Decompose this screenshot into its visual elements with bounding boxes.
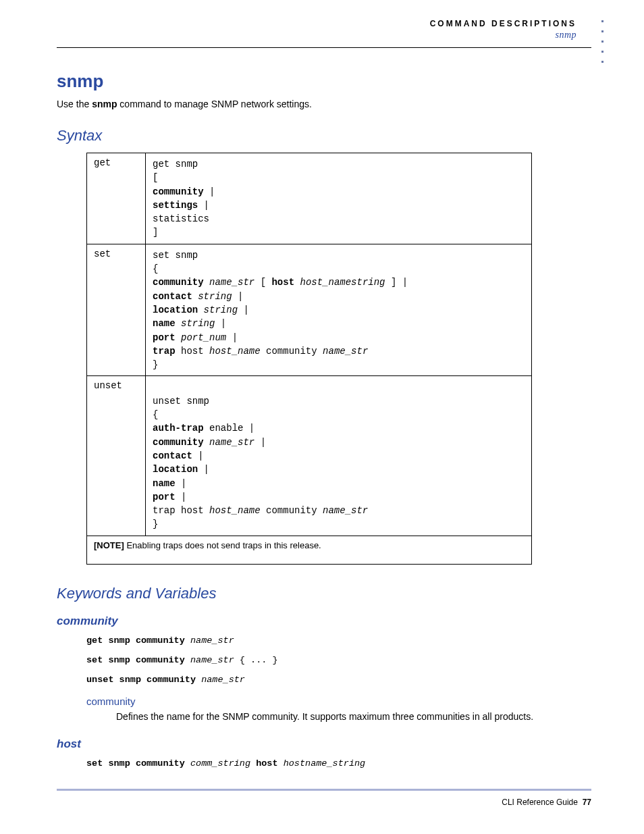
syntax-line: location string | <box>153 303 525 317</box>
code-line: get snmp community name_str <box>86 635 591 648</box>
var: name_str <box>323 346 368 357</box>
syntax-line: auth-trap enable | <box>153 421 525 435</box>
sep: | <box>204 186 215 197</box>
sep: | <box>232 291 244 302</box>
dot-icon <box>601 61 603 63</box>
var: host_name <box>209 346 261 357</box>
sep: [ <box>254 277 271 288</box>
kw: name <box>153 318 176 329</box>
syntax-line: port | <box>153 490 525 504</box>
decorative-dots <box>601 20 603 63</box>
syntax-cmd-cell: set <box>87 244 146 376</box>
kv-community-heading: community <box>57 615 591 628</box>
syntax-line: settings | <box>153 199 525 212</box>
kw: trap <box>153 346 176 357</box>
var: string <box>192 291 232 302</box>
syntax-line: ] <box>153 226 525 239</box>
note-label: [NOTE] <box>94 540 124 550</box>
sep: | <box>215 318 226 329</box>
kv-community-desc: Defines the name for the SNMP community.… <box>116 710 591 723</box>
syntax-body-cell: unset snmp { auth-trap enable | communit… <box>146 376 532 536</box>
kw: set snmp community <box>86 655 185 665</box>
syntax-note-row: [NOTE] Enabling traps does not send trap… <box>87 536 532 564</box>
header-subsection-title: snmp <box>57 30 576 41</box>
keywords-heading: Keywords and Variables <box>57 585 591 602</box>
syntax-line: port port_num | <box>153 331 525 344</box>
var: name_str <box>204 277 255 288</box>
sep: | <box>254 437 266 448</box>
sep: | <box>176 492 187 502</box>
kw: settings <box>153 200 198 211</box>
syntax-line: trap host host_name community name_str <box>153 504 525 517</box>
txt: trap host <box>153 505 209 516</box>
syntax-heading: Syntax <box>57 127 591 145</box>
txt: host <box>176 346 209 357</box>
sep: | <box>192 450 204 461</box>
syntax-row-unset: unset unset snmp { auth-trap enable | co… <box>87 376 532 536</box>
syntax-line: contact string | <box>153 290 525 303</box>
sep: | <box>198 200 209 211</box>
syntax-line: community | <box>153 185 525 199</box>
syntax-line: community name_str | <box>153 436 525 449</box>
intro-pre: Use the <box>57 99 92 109</box>
footer-page-number: 77 <box>583 798 591 807</box>
syntax-line: name string | <box>153 317 525 330</box>
page-header: COMMAND DESCRIPTIONS snmp <box>57 19 591 48</box>
syntax-table: get get snmp [ community | settings | st… <box>86 153 532 565</box>
kw: host <box>250 758 278 768</box>
dot-icon <box>601 51 603 53</box>
var: hostname_string <box>278 758 366 768</box>
intro-text: Use the snmp command to manage SNMP netw… <box>57 99 591 109</box>
txt: community <box>261 505 323 516</box>
sep: | <box>176 478 187 489</box>
kw: unset snmp community <box>86 675 196 685</box>
code-line: unset snmp community name_str <box>86 674 591 687</box>
syntax-line: [ <box>153 171 525 184</box>
kw: host <box>271 277 294 288</box>
kv-host-code: set snmp community comm_string host host… <box>86 758 591 771</box>
syntax-note-cell: [NOTE] Enabling traps does not send trap… <box>87 536 532 564</box>
sep: ] | <box>385 277 408 288</box>
kw: community <box>153 437 204 448</box>
syntax-line: community name_str [ host host_namestrin… <box>153 276 525 289</box>
kw: community <box>153 277 204 288</box>
syntax-line: name | <box>153 477 525 490</box>
sep: | <box>226 332 238 343</box>
kv-host-heading: host <box>57 737 591 751</box>
kw: location <box>153 305 198 315</box>
syntax-body-cell: get snmp [ community | settings | statis… <box>146 153 532 244</box>
var: host_name <box>209 505 261 516</box>
var: name_str <box>185 655 234 665</box>
var: name_str <box>196 675 245 685</box>
syntax-cmd-cell: get <box>87 153 146 244</box>
var: name_str <box>323 505 368 516</box>
sep: | <box>238 305 249 315</box>
txt: enable | <box>204 423 255 434</box>
code-line: set snmp community name_str { ... } <box>86 654 591 667</box>
header-titles: COMMAND DESCRIPTIONS snmp <box>57 19 591 41</box>
syntax-line: unset snmp <box>153 394 525 408</box>
syntax-line: trap host host_name community name_str <box>153 344 525 358</box>
txt: { ... } <box>234 655 278 665</box>
syntax-line: contact | <box>153 449 525 463</box>
footer-guide-label: CLI Reference Guide <box>502 798 578 807</box>
note-text: Enabling traps does not send traps in th… <box>124 540 321 550</box>
code-line: set snmp community comm_string host host… <box>86 758 591 771</box>
syntax-line: get snmp <box>153 157 525 171</box>
dot-icon <box>601 41 603 43</box>
kw: location <box>153 464 198 475</box>
var: host_namestring <box>294 277 385 288</box>
footer-rule <box>57 789 591 791</box>
syntax-line: { <box>153 262 525 276</box>
page: COMMAND DESCRIPTIONS snmp snmp Use the s… <box>0 0 644 834</box>
txt: community <box>261 346 323 357</box>
syntax-line: location | <box>153 463 525 476</box>
intro-post: command to manage SNMP network settings. <box>117 99 311 109</box>
command-title: snmp <box>57 71 591 92</box>
kw: contact <box>153 450 192 461</box>
var: name_str <box>185 635 234 646</box>
kw: port <box>153 332 176 343</box>
kw: name <box>153 478 176 489</box>
header-section-title: COMMAND DESCRIPTIONS <box>57 19 576 28</box>
syntax-line: } <box>153 517 525 531</box>
